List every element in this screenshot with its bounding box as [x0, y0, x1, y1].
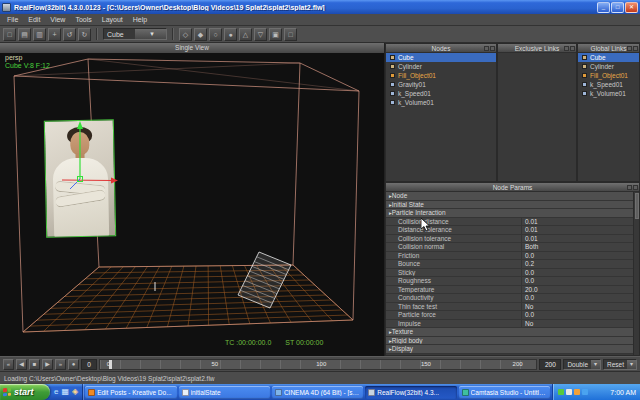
- tray-icon[interactable]: [574, 389, 580, 395]
- node-tree-item[interactable]: k_Volume01: [386, 98, 496, 107]
- close-icon[interactable]: [570, 46, 575, 51]
- toolbar-icon[interactable]: □: [284, 28, 297, 41]
- param-value[interactable]: 0.0: [521, 252, 633, 260]
- node-tree-item[interactable]: Cube: [386, 53, 496, 62]
- param-row[interactable]: Thin face test No: [386, 303, 633, 312]
- close-icon[interactable]: [633, 46, 638, 51]
- toolbar-icon[interactable]: □: [3, 28, 16, 41]
- param-value[interactable]: 0.0: [521, 277, 633, 285]
- param-row[interactable]: Temperature 20.0: [386, 286, 633, 295]
- node-params-header[interactable]: Node Params: [386, 183, 639, 192]
- tray-icon[interactable]: [566, 389, 572, 395]
- param-row[interactable]: Texture: [386, 328, 633, 337]
- param-value[interactable]: 0.0: [521, 294, 633, 302]
- toolbar-icon[interactable]: ▤: [18, 28, 31, 41]
- playback-button[interactable]: ▶: [42, 359, 53, 370]
- toolbar-icon[interactable]: ↺: [63, 28, 76, 41]
- param-value[interactable]: No: [521, 303, 633, 311]
- scrollbar-thumb[interactable]: [635, 193, 639, 219]
- param-value[interactable]: 20.0: [521, 286, 633, 294]
- toolbar-icon[interactable]: ◆: [194, 28, 207, 41]
- taskbar-task[interactable]: RealFlow(32bit) 4.3...: [365, 386, 456, 399]
- playback-button[interactable]: ●: [68, 359, 79, 370]
- node-tree-item[interactable]: Cylinder: [386, 62, 496, 71]
- param-row[interactable]: Node: [386, 192, 633, 201]
- node-selector-dropdown[interactable]: Cube ▾: [103, 28, 167, 40]
- link-tree-item[interactable]: k_Speed01: [578, 80, 639, 89]
- param-row[interactable]: Rigid body: [386, 337, 633, 346]
- current-frame-field[interactable]: 0: [81, 359, 97, 370]
- pin-icon[interactable]: [627, 185, 632, 190]
- node-tree-item[interactable]: Gravity01: [386, 80, 496, 89]
- param-value[interactable]: [521, 201, 633, 209]
- pin-icon[interactable]: [484, 46, 489, 51]
- param-value[interactable]: Both: [521, 243, 633, 251]
- close-button[interactable]: ✕: [625, 2, 638, 13]
- link-tree-item[interactable]: Cube: [578, 53, 639, 62]
- param-value[interactable]: 0.01: [521, 218, 633, 226]
- menu-item[interactable]: File: [2, 14, 23, 26]
- param-row[interactable]: Roughness 0.0: [386, 277, 633, 286]
- link-tree-item[interactable]: k_Volume01: [578, 89, 639, 98]
- toolbar-icon[interactable]: ▥: [33, 28, 46, 41]
- param-value[interactable]: [521, 209, 633, 217]
- param-row[interactable]: Bounce 0.2: [386, 260, 633, 269]
- nodes-tree[interactable]: Cube Cylinder Fill_Object01: [386, 53, 496, 181]
- tray-icon[interactable]: [582, 389, 588, 395]
- taskbar-task[interactable]: Edit Posts - Kreative Do...: [85, 386, 176, 399]
- link-tree-item[interactable]: Cylinder: [578, 62, 639, 71]
- toolbar-icon[interactable]: +: [48, 28, 61, 41]
- gizmo-x-axis[interactable]: [62, 180, 113, 181]
- link-tree-item[interactable]: Fill_Object01: [578, 71, 639, 80]
- global-links-list[interactable]: Cube Cylinder Fill_Object01: [578, 53, 639, 181]
- param-value[interactable]: No: [521, 320, 633, 328]
- start-button[interactable]: start: [0, 384, 50, 400]
- quick-launch-icon[interactable]: e: [54, 384, 58, 400]
- menu-item[interactable]: Edit: [23, 14, 45, 26]
- param-row[interactable]: Conductivity 0.0: [386, 294, 633, 303]
- param-row[interactable]: Initial State: [386, 201, 633, 210]
- toolbar-icon[interactable]: ▣: [269, 28, 282, 41]
- param-value[interactable]: 0.01: [521, 226, 633, 234]
- viewport-3d[interactable]: Single View: [0, 43, 385, 356]
- chevron-down-icon[interactable]: ▾: [135, 29, 166, 39]
- toolbar-icon[interactable]: △: [239, 28, 252, 41]
- minimize-button[interactable]: _: [597, 2, 610, 13]
- taskbar-task[interactable]: initialState: [179, 386, 270, 399]
- chevron-down-icon[interactable]: ▾: [591, 360, 600, 369]
- transform-gizmo[interactable]: [0, 53, 384, 356]
- node-tree-item[interactable]: Fill_Object01: [386, 71, 496, 80]
- end-frame-field[interactable]: 200: [539, 359, 561, 370]
- title-bar[interactable]: RealFlow(32bit) 4.3.0.0123 - [C:\Users\O…: [0, 0, 640, 14]
- taskbar-task[interactable]: Camtasia Studio - Untitle...: [459, 386, 550, 399]
- toolbar-icon[interactable]: ○: [209, 28, 222, 41]
- param-value[interactable]: 0.0: [521, 311, 633, 319]
- node-tree-item[interactable]: k_Speed01: [386, 89, 496, 98]
- close-icon[interactable]: [490, 46, 495, 51]
- viewport-header[interactable]: Single View: [0, 43, 384, 53]
- playback-mode-dropdown[interactable]: Double ▾: [563, 359, 601, 370]
- timeline-ruler[interactable]: 050100150200: [99, 359, 537, 370]
- param-row[interactable]: Friction 0.0: [386, 252, 633, 261]
- param-value[interactable]: [521, 337, 633, 345]
- param-value[interactable]: 0.2: [521, 260, 633, 268]
- global-links-header[interactable]: Global Links: [578, 44, 639, 53]
- playback-button[interactable]: «: [3, 359, 14, 370]
- param-value[interactable]: 0.01: [521, 235, 633, 243]
- playback-button[interactable]: »: [55, 359, 66, 370]
- param-value[interactable]: [521, 192, 633, 200]
- param-value[interactable]: [521, 328, 633, 336]
- menu-item[interactable]: Layout: [97, 14, 128, 26]
- taskbar-task[interactable]: CINEMA 4D (64 Bit) - [spl...: [272, 386, 363, 399]
- playback-button[interactable]: ■: [29, 359, 40, 370]
- toolbar-icon[interactable]: ◇: [179, 28, 192, 41]
- scrollbar[interactable]: [633, 192, 639, 355]
- quick-launch-icon[interactable]: ◈: [72, 384, 78, 400]
- quick-launch-icon[interactable]: ▦: [61, 384, 69, 400]
- param-row[interactable]: Collision normal Both: [386, 243, 633, 252]
- menu-item[interactable]: Help: [128, 14, 152, 26]
- toolbar-icon[interactable]: ●: [224, 28, 237, 41]
- toolbar-icon[interactable]: ▽: [254, 28, 267, 41]
- exclusive-links-header[interactable]: Exclusive Links: [498, 44, 576, 53]
- chevron-down-icon[interactable]: ▾: [627, 360, 636, 369]
